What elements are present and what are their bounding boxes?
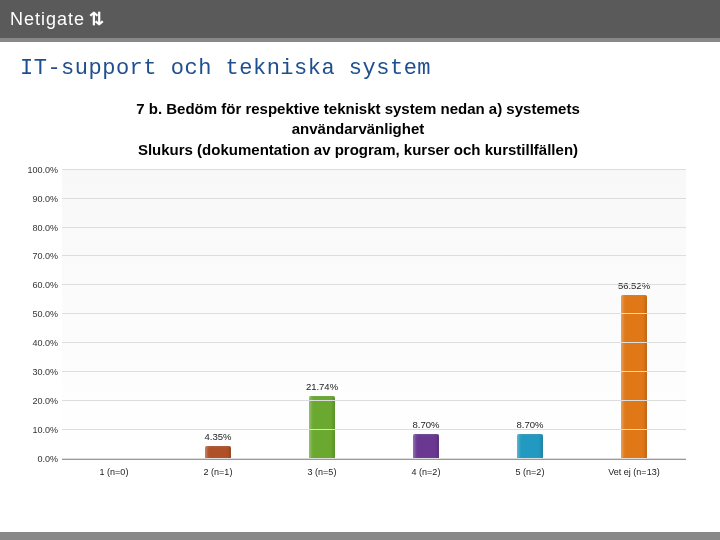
grid-line: [62, 429, 686, 430]
plot-area: 1 (n=0)4.35%2 (n=1)21.74%3 (n=5)8.70%4 (…: [62, 170, 686, 460]
y-tick-label: 30.0%: [18, 367, 58, 377]
x-tick-label: 3 (n=5): [308, 467, 337, 477]
page-title: IT-support och tekniska system: [20, 56, 696, 81]
bars-container: 1 (n=0)4.35%2 (n=1)21.74%3 (n=5)8.70%4 (…: [62, 170, 686, 459]
bar-value-label: 4.35%: [205, 431, 232, 442]
x-tick-label: Vet ej (n=13): [608, 467, 659, 477]
bar-slot: 8.70%5 (n=2): [478, 170, 582, 459]
bar-slot: 8.70%4 (n=2): [374, 170, 478, 459]
x-tick-label: 5 (n=2): [516, 467, 545, 477]
chart: 1 (n=0)4.35%2 (n=1)21.74%3 (n=5)8.70%4 (…: [62, 170, 686, 490]
bar-slot: 21.74%3 (n=5): [270, 170, 374, 459]
x-tick-label: 1 (n=0): [100, 467, 129, 477]
brand-icon: ⇅: [89, 8, 105, 30]
brand-name: Netigate: [10, 9, 85, 30]
footer-border: [0, 536, 720, 540]
y-tick-label: 20.0%: [18, 396, 58, 406]
grid-line: [62, 255, 686, 256]
bar-slot: 4.35%2 (n=1): [166, 170, 270, 459]
bar: [309, 396, 335, 459]
grid-line: [62, 371, 686, 372]
bar: [413, 434, 439, 459]
chart-title: 7 b. Bedöm för respektive tekniskt syste…: [98, 99, 618, 160]
bar: [517, 434, 543, 459]
bar-slot: 56.52%Vet ej (n=13): [582, 170, 686, 459]
content-area: IT-support och tekniska system 7 b. Bedö…: [0, 42, 720, 536]
brand-logo: Netigate ⇅: [10, 8, 105, 30]
bar-value-label: 21.74%: [306, 381, 338, 392]
bar-slot: 1 (n=0): [62, 170, 166, 459]
grid-line: [62, 342, 686, 343]
grid-line: [62, 198, 686, 199]
grid-line: [62, 313, 686, 314]
grid-line: [62, 227, 686, 228]
app-header: Netigate ⇅: [0, 0, 720, 42]
x-tick-label: 4 (n=2): [412, 467, 441, 477]
y-tick-label: 70.0%: [18, 251, 58, 261]
y-tick-label: 60.0%: [18, 280, 58, 290]
y-tick-label: 0.0%: [18, 454, 58, 464]
y-tick-label: 80.0%: [18, 223, 58, 233]
y-tick-label: 40.0%: [18, 338, 58, 348]
y-tick-label: 10.0%: [18, 425, 58, 435]
bar: [621, 295, 647, 458]
bar-value-label: 56.52%: [618, 280, 650, 291]
grid-line: [62, 284, 686, 285]
y-tick-label: 100.0%: [18, 165, 58, 175]
y-tick-label: 90.0%: [18, 194, 58, 204]
grid-line: [62, 400, 686, 401]
grid-line: [62, 169, 686, 170]
grid-line: [62, 458, 686, 459]
x-tick-label: 2 (n=1): [204, 467, 233, 477]
y-tick-label: 50.0%: [18, 309, 58, 319]
